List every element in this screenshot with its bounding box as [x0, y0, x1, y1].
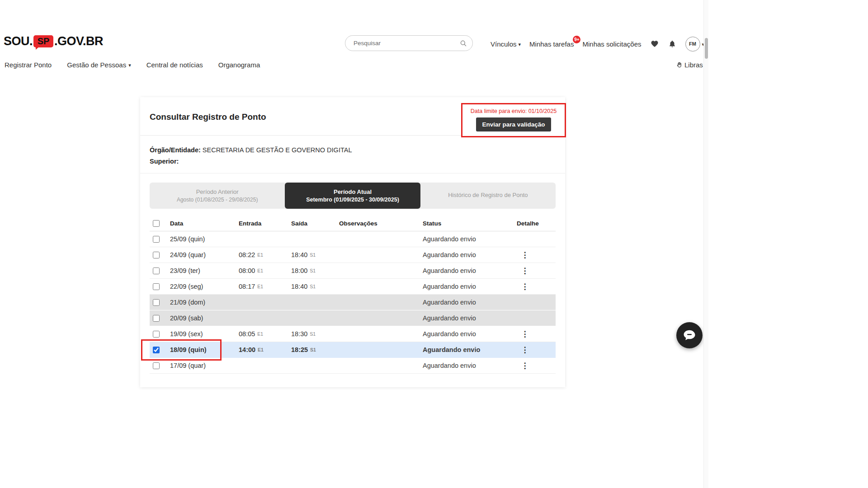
row-entrada-time: 08:00	[239, 267, 255, 274]
row-entrada-tag: E1	[257, 284, 263, 289]
row-checkbox[interactable]	[153, 315, 160, 322]
table-row: 25/09 (quin) Aguardando envio ⋮	[150, 231, 556, 247]
row-status: Aguardando envio	[420, 283, 514, 290]
row-saida-time: 18:40	[291, 283, 307, 290]
col-header-data: Data	[167, 220, 236, 227]
table-row: 18/09 (quin) 14:00E1 18:25S1 Aguardando …	[150, 342, 556, 358]
row-checkbox[interactable]	[153, 331, 160, 338]
row-checkbox-cell	[150, 283, 167, 290]
page-scrollbar[interactable]	[703, 0, 708, 488]
nav-minhas-tarefas-label: Minhas tarefas	[529, 40, 574, 48]
row-saida-time: 18:00	[291, 267, 307, 274]
select-all-checkbox[interactable]	[153, 220, 160, 227]
row-checkbox[interactable]	[153, 362, 160, 369]
scrollbar-thumb[interactable]	[705, 38, 708, 59]
menu-central-de-noticias-label: Central de notícias	[146, 61, 203, 69]
chevron-down-icon: ▾	[519, 42, 521, 47]
row-detail-cell: ⋮	[514, 362, 556, 370]
user-menu[interactable]: FM ▾	[685, 37, 705, 52]
sou-sp-logo[interactable]: SOU. SP .GOV.BR	[4, 34, 103, 48]
row-checkbox[interactable]	[153, 267, 160, 274]
row-saida-tag: S1	[310, 347, 316, 352]
chevron-down-icon: ▾	[128, 62, 131, 68]
search-box[interactable]	[345, 35, 473, 51]
favorites-heart-icon[interactable]	[650, 39, 659, 48]
row-saida-cell	[288, 362, 336, 369]
row-status: Aguardando envio	[420, 362, 514, 369]
period-tabs: Período Anterior Agosto (01/08/2025 - 29…	[150, 183, 556, 209]
row-detail-kebab-icon[interactable]: ⋮	[520, 283, 529, 291]
menu-registrar-ponto[interactable]: Registrar Ponto	[5, 61, 52, 69]
org-section: Órgão/Entidade: SECRETARIA DE GESTÃO E G…	[140, 136, 565, 174]
menu-registrar-ponto-label: Registrar Ponto	[5, 61, 52, 69]
row-entrada-cell: 08:05E1	[236, 330, 288, 338]
row-entrada-tag: E1	[257, 268, 263, 273]
nav-vinculos[interactable]: Vínculos ▾	[491, 40, 521, 48]
table-row: 22/09 (seg) 08:17E1 18:40S1 Aguardando e…	[150, 279, 556, 295]
row-checkbox[interactable]	[153, 252, 160, 258]
row-date: 24/09 (quar)	[167, 251, 236, 258]
row-date: 18/09 (quin)	[167, 346, 236, 353]
row-saida-time: 18:25	[291, 346, 308, 353]
search-input[interactable]	[354, 40, 460, 47]
row-saida-cell	[288, 314, 336, 322]
row-saida-cell	[288, 235, 336, 243]
notifications-bell-icon[interactable]	[668, 39, 677, 48]
row-entrada-cell: 08:22E1	[236, 251, 288, 258]
logo-text-sou: SOU.	[4, 34, 33, 48]
row-status: Aguardando envio	[420, 346, 514, 353]
menu-gestao-de-pessoas[interactable]: Gestão de Pessoas ▾	[67, 61, 131, 69]
menu-organograma[interactable]: Organograma	[218, 61, 260, 69]
row-detail-kebab-icon[interactable]: ⋮	[520, 251, 529, 259]
row-detail-kebab-icon[interactable]: ⋮	[520, 362, 529, 370]
consultar-registro-card: Consultar Registro de Ponto Data limite …	[140, 97, 565, 387]
row-detail-cell: ⋮	[514, 251, 556, 259]
row-checkbox-cell	[150, 236, 167, 243]
row-entrada-cell: 14:00E1	[236, 346, 288, 353]
table-row: 21/09 (dom) Aguardando envio ⋮	[150, 295, 556, 310]
tab-periodo-atual[interactable]: Período Atual Setembro (01/09/2025 - 30/…	[285, 183, 420, 209]
menu-central-de-noticias[interactable]: Central de notícias	[146, 61, 203, 69]
chat-fab-button[interactable]	[676, 322, 703, 348]
tab-title: Período Atual	[334, 188, 372, 195]
tab-historico[interactable]: Histórico de Registro de Ponto	[420, 183, 556, 209]
col-header-observacoes: Observações	[336, 220, 420, 227]
row-date: 22/09 (seg)	[167, 283, 236, 290]
table-row: 23/09 (ter) 08:00E1 18:00S1 Aguardando e…	[150, 263, 556, 279]
nav-minhas-solicitacoes[interactable]: Minhas solicitações	[582, 40, 641, 48]
tab-periodo-anterior[interactable]: Período Anterior Agosto (01/08/2025 - 29…	[150, 183, 285, 209]
row-checkbox[interactable]	[153, 283, 160, 290]
table-row: 24/09 (quar) 08:22E1 18:40S1 Aguardando …	[150, 247, 556, 263]
row-checkbox[interactable]	[153, 236, 160, 243]
search-icon[interactable]	[460, 40, 467, 47]
row-detail-cell: ⋮	[514, 330, 556, 338]
nav-minhas-tarefas[interactable]: Minhas tarefas 9+	[529, 40, 574, 48]
row-checkbox[interactable]	[153, 299, 160, 306]
row-detail-kebab-icon[interactable]: ⋮	[520, 267, 529, 275]
nav-minhas-solicitacoes-label: Minhas solicitações	[582, 40, 641, 48]
tab-subtitle: Setembro (01/09/2025 - 30/09/2025)	[306, 197, 399, 203]
menu-gestao-de-pessoas-label: Gestão de Pessoas	[67, 61, 126, 69]
row-saida-cell: 18:25S1	[288, 346, 336, 353]
deadline-highlight-box: Data limite para envio: 01/10/2025 Envia…	[461, 103, 566, 137]
orgao-entidade-value: SECRETARIA DE GESTÃO E GOVERNO DIGITAL	[203, 146, 352, 154]
row-detail-cell: ⋮	[514, 299, 556, 306]
tab-title: Histórico de Registro de Ponto	[448, 192, 528, 198]
row-detail-kebab-icon[interactable]: ⋮	[520, 346, 529, 354]
row-detail-cell: ⋮	[514, 346, 556, 354]
libras-label: Libras	[684, 61, 703, 69]
row-entrada-cell: 08:17E1	[236, 283, 288, 290]
col-header-saida: Saída	[288, 220, 336, 227]
libras-hand-icon	[675, 61, 683, 69]
row-saida-tag: S1	[310, 268, 316, 273]
user-avatar[interactable]: FM	[685, 37, 700, 52]
libras-button[interactable]: Libras	[675, 61, 703, 69]
enviar-para-validacao-button[interactable]: Enviar para validação	[476, 117, 552, 131]
row-entrada-time: 14:00	[239, 346, 255, 353]
tarefas-count-badge: 9+	[573, 36, 580, 43]
row-checkbox[interactable]	[153, 347, 160, 353]
row-entrada-cell	[236, 299, 288, 306]
row-detail-kebab-icon[interactable]: ⋮	[520, 330, 529, 338]
row-detail-cell: ⋮	[514, 235, 556, 243]
row-checkbox-cell	[150, 362, 167, 369]
